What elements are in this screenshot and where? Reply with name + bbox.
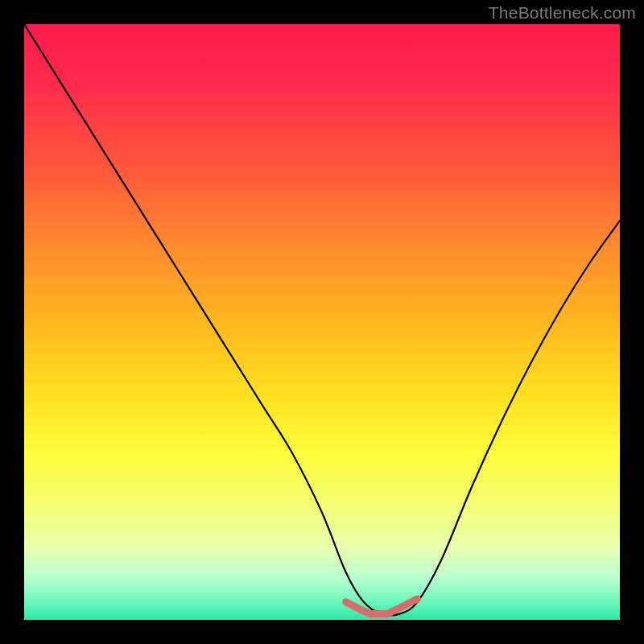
bottleneck-curve-path <box>24 24 620 615</box>
watermark-text: TheBottleneck.com <box>489 3 636 23</box>
outer-frame: TheBottleneck.com <box>0 0 644 644</box>
chart-svg <box>24 24 620 620</box>
plot-area <box>24 24 620 620</box>
